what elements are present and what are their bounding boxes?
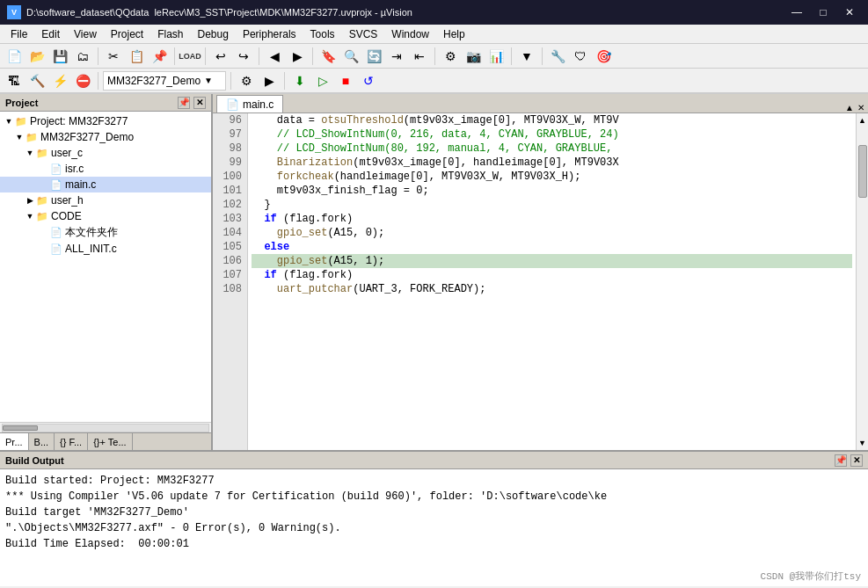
- editor-tab-controls: ▲ ✕: [845, 103, 864, 113]
- scroll-up-btn[interactable]: ▲: [857, 113, 869, 127]
- code-line-108: uart_putchar(UART_3, FORK_READY);: [252, 282, 852, 296]
- build-close-button[interactable]: ✕: [850, 454, 863, 467]
- tree-item-all-init[interactable]: 📄 ALL_INIT.c: [0, 241, 211, 257]
- panel-close-button[interactable]: ✕: [193, 97, 206, 109]
- vscroll-thumb[interactable]: [858, 145, 867, 198]
- tree-item-user-h[interactable]: ▶ 📁 user_h: [0, 192, 211, 208]
- tb2-sep-1: [98, 72, 98, 90]
- scroll-down-btn[interactable]: ▼: [857, 436, 869, 450]
- line-num-104: 104: [218, 226, 242, 240]
- editor-vscroll[interactable]: ▲ ▼: [856, 113, 868, 450]
- editor-tab-main[interactable]: 📄 main.c: [216, 95, 283, 113]
- line-num-108: 108: [218, 282, 242, 296]
- project-btn[interactable]: 🏗: [4, 70, 25, 91]
- paste-button[interactable]: 📌: [149, 46, 170, 67]
- redo-button[interactable]: ↪: [233, 46, 254, 67]
- minimize-button[interactable]: —: [785, 4, 808, 21]
- menu-edit[interactable]: Edit: [34, 25, 67, 44]
- save-button[interactable]: 💾: [49, 46, 70, 67]
- separator-7: [511, 47, 512, 65]
- line-num-97: 97: [218, 127, 242, 142]
- save-all-button[interactable]: 🗂: [72, 46, 93, 67]
- tree-item-project-root[interactable]: ▼ 📁 Project: MM32F3277: [0, 113, 211, 129]
- cut-button[interactable]: ✂: [103, 46, 124, 67]
- editor-close-button[interactable]: ✕: [857, 103, 864, 113]
- toolbar-btn-9[interactable]: 📊: [485, 46, 507, 67]
- menu-help[interactable]: Help: [436, 25, 472, 44]
- tab-books[interactable]: B...: [29, 433, 55, 451]
- replace-button[interactable]: 🔄: [363, 46, 384, 67]
- undo-button[interactable]: ↩: [210, 46, 231, 67]
- toolbar-btn-11[interactable]: 🛡: [570, 46, 591, 67]
- more-button[interactable]: ▼: [516, 46, 537, 67]
- indent-button[interactable]: ⇥: [386, 46, 407, 67]
- tree-item-demo[interactable]: ▼ 📁 MM32F3277_Demo: [0, 129, 211, 145]
- toolbar-btn-7[interactable]: ⚙: [440, 46, 461, 67]
- maximize-button[interactable]: □: [812, 4, 835, 21]
- code-line-99: Binarization(mt9v03x_image[0], handleima…: [252, 156, 852, 170]
- compile-btn[interactable]: ⚡: [49, 70, 70, 91]
- hscroll-track: [2, 424, 209, 432]
- demo-folder-icon: 📁: [25, 130, 39, 144]
- tab-functions[interactable]: {} F...: [55, 433, 88, 451]
- rebuild-btn[interactable]: 🔨: [26, 70, 47, 91]
- menu-svcs[interactable]: SVCS: [342, 25, 385, 44]
- separator-1: [98, 47, 98, 65]
- separator-6: [434, 47, 435, 65]
- maximize-icon[interactable]: ▲: [845, 103, 854, 113]
- bookmark-button[interactable]: 🔖: [317, 46, 339, 67]
- tree-item-folder-note[interactable]: 📄 本文件夹作: [0, 224, 211, 241]
- toolbar-btn-8[interactable]: 📷: [463, 46, 484, 67]
- menu-tools[interactable]: Tools: [303, 25, 342, 44]
- line-num-103: 103: [218, 212, 242, 226]
- pin-button[interactable]: 📌: [178, 97, 190, 109]
- menu-window[interactable]: Window: [384, 25, 436, 44]
- target-dropdown[interactable]: MM32F3277_Demo ▼: [103, 71, 226, 91]
- toolbar-btn-10[interactable]: 🔧: [547, 46, 568, 67]
- build-line-1: Build started: Project: MM32F3277: [5, 473, 863, 489]
- target-dropdown-value: MM32F3277_Demo: [107, 75, 201, 87]
- toolbar-2: 🏗 🔨 ⚡ ⛔ MM32F3277_Demo ▼ ⚙ ▶ ⬇ ▷ ■ ↺: [0, 69, 868, 93]
- tree-item-user-c[interactable]: ▼ 📁 user_c: [0, 145, 211, 161]
- build-output-header: Build Output 📌 ✕: [0, 452, 868, 469]
- title-bar-left: V D:\software_dataset\QQdata leRecv\M3_S…: [7, 5, 412, 19]
- tree-item-code[interactable]: ▼ 📁 CODE: [0, 208, 211, 224]
- file-icon: 📄: [49, 162, 63, 176]
- menu-bar: File Edit View Project Flash Debug Perip…: [0, 25, 868, 44]
- expand-arrow: ▶: [25, 196, 35, 205]
- open-button[interactable]: 📂: [26, 46, 47, 67]
- tree-item-main[interactable]: 📄 main.c: [0, 177, 211, 192]
- close-button[interactable]: ✕: [838, 4, 861, 21]
- run-debug-btn[interactable]: ▷: [312, 70, 333, 91]
- new-button[interactable]: 📄: [4, 46, 25, 67]
- project-folder-icon: 📁: [14, 114, 28, 128]
- find-button[interactable]: 🔍: [340, 46, 361, 67]
- project-tree: ▼ 📁 Project: MM32F3277 ▼ 📁 MM32F3277_Dem…: [0, 112, 211, 422]
- menu-peripherals[interactable]: Peripherals: [236, 25, 303, 44]
- copy-button[interactable]: 📋: [126, 46, 147, 67]
- stop-debug-btn[interactable]: ■: [335, 70, 356, 91]
- back-button[interactable]: ◀: [264, 46, 285, 67]
- menu-project[interactable]: Project: [104, 25, 150, 44]
- code-content[interactable]: data = otsuThreshold(mt9v03x_image[0], M…: [248, 113, 856, 450]
- reset-btn[interactable]: ↺: [358, 70, 379, 91]
- menu-flash[interactable]: Flash: [150, 25, 190, 44]
- forward-button[interactable]: ▶: [287, 46, 308, 67]
- menu-debug[interactable]: Debug: [191, 25, 236, 44]
- tab-project[interactable]: Pr...: [0, 433, 29, 451]
- menu-file[interactable]: File: [4, 25, 34, 44]
- build-output: Build Output 📌 ✕ Build started: Project:…: [0, 450, 868, 586]
- tab-templates[interactable]: {}+ Te...: [88, 433, 132, 451]
- download-btn[interactable]: ⬇: [289, 70, 310, 91]
- hscroll-thumb[interactable]: [3, 425, 38, 431]
- build-pin-button[interactable]: 📌: [835, 454, 847, 467]
- settings-btn[interactable]: ⚙: [236, 70, 257, 91]
- menu-view[interactable]: View: [67, 25, 104, 44]
- target-icon[interactable]: 🎯: [593, 46, 614, 67]
- load-button[interactable]: LOAD: [179, 46, 201, 67]
- tree-item-isr[interactable]: 📄 isr.c: [0, 161, 211, 177]
- unindent-button[interactable]: ⇤: [409, 46, 430, 67]
- project-hscrollbar[interactable]: [0, 422, 211, 432]
- debug-start-btn[interactable]: ▶: [259, 70, 280, 91]
- stop-btn[interactable]: ⛔: [72, 70, 93, 91]
